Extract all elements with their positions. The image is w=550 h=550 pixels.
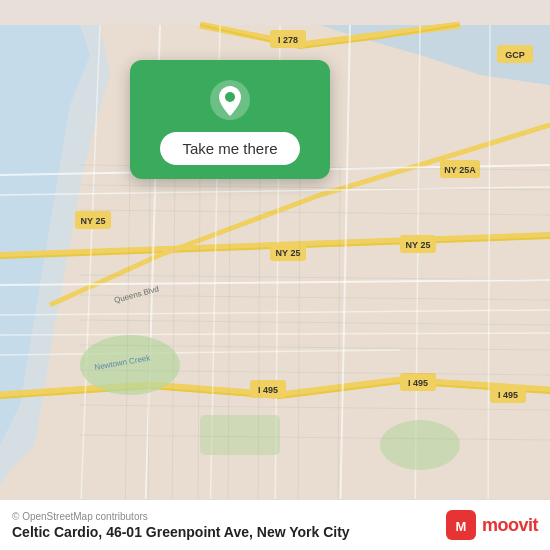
svg-point-16	[380, 420, 460, 470]
location-pin-icon	[208, 78, 252, 122]
svg-text:NY 25: NY 25	[81, 216, 106, 226]
svg-text:I 278: I 278	[278, 35, 298, 45]
location-title: Celtic Cardio, 46-01 Greenpoint Ave, New…	[12, 524, 350, 540]
svg-text:NY 25: NY 25	[276, 248, 301, 258]
svg-text:NY 25: NY 25	[406, 240, 431, 250]
svg-text:NY 25A: NY 25A	[444, 165, 476, 175]
svg-rect-15	[200, 415, 280, 455]
bottom-bar: © OpenStreetMap contributors Celtic Card…	[0, 499, 550, 550]
moovit-text: moovit	[482, 515, 538, 536]
take-me-there-button[interactable]: Take me there	[160, 132, 299, 165]
svg-text:I 495: I 495	[258, 385, 278, 395]
svg-text:I 495: I 495	[498, 390, 518, 400]
map-container: NY 25 NY 25 NY 25 NY 25A I 278 GCP I 495…	[0, 0, 550, 550]
svg-text:M: M	[456, 519, 467, 534]
svg-point-56	[225, 92, 235, 102]
svg-text:GCP: GCP	[505, 50, 525, 60]
moovit-logo: M moovit	[446, 510, 538, 540]
bottom-info: © OpenStreetMap contributors Celtic Card…	[12, 511, 350, 540]
copyright-text: © OpenStreetMap contributors	[12, 511, 350, 522]
location-card: Take me there	[130, 60, 330, 179]
svg-text:I 495: I 495	[408, 378, 428, 388]
moovit-icon: M	[446, 510, 476, 540]
